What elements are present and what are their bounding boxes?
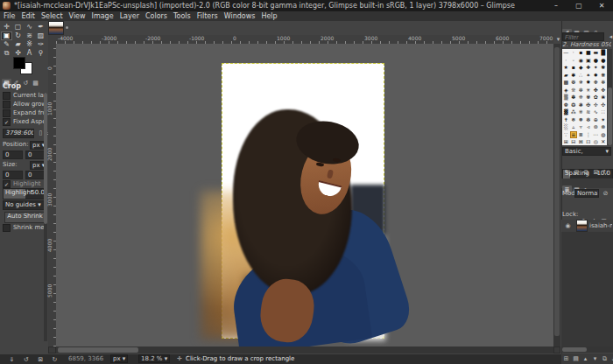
brush-tag-select[interactable]: Basic, ▾ [562,147,611,156]
brush-item[interactable]: ❅ [577,116,585,124]
position-y-spinner[interactable]: 0 [25,150,46,159]
brush-item[interactable]: ▬ [592,49,600,57]
brush-item[interactable]: · [570,49,578,57]
brush-item[interactable]: ■ [585,49,593,57]
brush-item[interactable]: ∿ [592,108,600,116]
delete-brush-button[interactable]: ⊠ [591,168,601,177]
brush-item[interactable]: ⋯ [592,131,600,139]
maximize-button[interactable]: ▢ [567,0,590,11]
canvas-vertical-scrollbar[interactable] [553,44,560,346]
brush-item[interactable]: ◍ [600,131,608,139]
layer-visibility-eye-icon[interactable]: ◉ [563,221,573,230]
menu-layer[interactable]: Layer [120,12,139,20]
brush-item[interactable]: ⁂ [570,108,578,116]
brush-item[interactable]: ▵ [570,123,578,131]
brush-item[interactable]: ⊛ [592,123,600,131]
menu-image[interactable]: Image [92,12,114,20]
brush-filter-input[interactable] [562,32,604,41]
brush-item[interactable]: ◉ [577,57,585,65]
canvas-horizontal-scrollbar[interactable] [56,346,553,354]
gradient-tool[interactable]: ▨ [35,32,46,40]
close-button[interactable]: ✕ [590,0,613,11]
new-brush-button[interactable]: ⊞ [572,168,581,177]
shrink-merged-checkbox[interactable] [3,224,11,232]
guides-select[interactable]: No guides ▾ [3,200,46,210]
unit-select[interactable]: px ▾ [110,354,128,363]
brush-item[interactable]: ◎ [592,138,600,145]
brush-item[interactable]: ⊠ [577,138,585,145]
minimize-button[interactable]: – [545,0,567,11]
brush-item[interactable]: ✿ [592,94,600,102]
brush-item[interactable]: ✻ [600,79,608,87]
brush-item[interactable]: ▣ [585,57,593,65]
brush-item[interactable]: ≡ [570,131,578,139]
warp-transform-tool[interactable]: ≋ [24,32,35,40]
brush-item[interactable]: ⋮ [585,131,593,139]
brush-item[interactable]: ◃ [585,123,593,131]
brush-item[interactable]: ❋ [600,72,608,80]
foreground-color-swatch[interactable] [14,58,25,68]
brush-item[interactable]: ※ [577,108,585,116]
menu-help[interactable]: Help [261,12,277,20]
paths-tool[interactable]: ✒ [35,23,46,32]
brush-item[interactable]: ✼ [577,87,585,94]
crop-option-row[interactable]: Allow growing [3,101,46,109]
brush-item[interactable]: ∵ [562,131,570,139]
brush-item[interactable]: ● [600,57,608,65]
brush-item[interactable]: ≣ [577,131,585,139]
refresh-brushes-button[interactable]: ↻ [601,168,610,177]
crop-option-checkbox[interactable] [3,109,11,117]
brush-item[interactable]: ✳ [585,87,593,94]
brush-item[interactable]: ▒ [562,94,570,102]
crop-option-row[interactable]: Current layer only [3,92,46,101]
ink-tool[interactable]: ✑ [35,40,46,49]
crop-option-checkbox[interactable] [3,101,11,108]
canvas-image[interactable] [222,63,384,339]
brush-item[interactable]: ∷ [600,108,608,116]
delete-tool-preset-button[interactable]: ⊠ [36,355,46,364]
brush-item[interactable]: ✝ [562,116,570,124]
brush-item[interactable]: ❊ [570,87,578,94]
brush-item[interactable]: ◦ [570,57,578,65]
menu-file[interactable]: File [4,12,15,20]
brush-item[interactable]: ▪ [577,49,585,57]
airbrush-tool[interactable]: ※ [24,40,35,49]
crop-option-checkbox[interactable] [3,92,11,100]
brush-item[interactable]: ▿ [577,123,585,131]
menu-filters[interactable]: Filters [197,12,218,20]
duplicate-brush-button[interactable]: ⧉ [581,168,591,177]
highlight-opacity-slider[interactable]: Highlight 50.0 [3,188,47,200]
undo-history-tab[interactable]: ↺ [21,79,31,88]
brush-item[interactable]: ∴ [577,72,585,80]
brush-item[interactable]: ✶ [585,72,593,80]
brush-item[interactable]: ✠ [585,102,593,109]
brush-item[interactable]: ❆ [570,79,578,87]
brush-item[interactable]: ░ [562,123,570,131]
auto-shrink-button[interactable]: Auto Shrink [4,212,46,223]
aspect-ratio-input[interactable]: 3798:600 [3,129,34,138]
legacy-mode-toggle[interactable]: ⊘ [601,189,610,198]
quick-mask-toggle[interactable] [48,346,56,354]
brush-item[interactable]: ❃ [577,102,585,109]
menu-windows[interactable]: Windows [224,12,256,20]
brush-item[interactable]: ★ [562,64,570,72]
brush-item[interactable]: ● [592,57,600,65]
brush-item[interactable]: ❇ [585,116,593,124]
left-dock-scrollbar[interactable] [44,93,47,341]
menu-select[interactable]: Select [41,12,63,20]
brush-item[interactable]: ✾ [585,94,593,102]
brush-item[interactable]: ❈ [577,94,585,102]
menu-edit[interactable]: Edit [21,12,35,20]
menu-tools[interactable]: Tools [173,12,191,20]
brush-item[interactable]: ◈ [562,87,570,94]
brush-item[interactable]: ⊡ [585,138,593,145]
brush-item[interactable]: ✣ [600,102,608,109]
brush-item[interactable]: ❂ [570,102,578,109]
brush-item[interactable]: ⊕ [592,116,600,124]
brush-item[interactable]: ❉ [592,79,600,87]
brush-item[interactable]: ✚ [585,64,593,72]
brush-item[interactable]: · [562,57,570,65]
lower-layer-button[interactable]: ▾ [590,354,600,363]
brush-item[interactable]: ✕ [600,138,608,145]
restore-tool-preset-button[interactable]: ↺ [21,355,31,364]
